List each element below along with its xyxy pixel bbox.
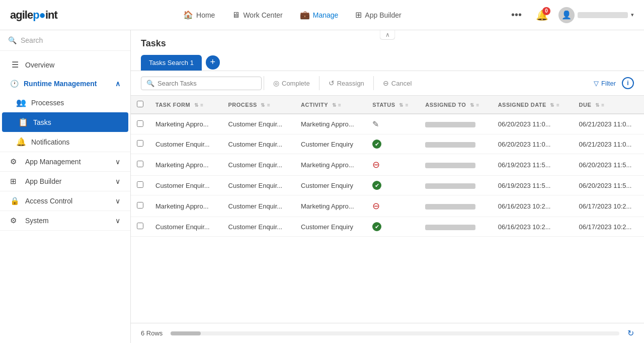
select-all-checkbox[interactable] xyxy=(137,101,143,107)
reassign-button[interactable]: ↺ Reassign xyxy=(321,76,371,90)
tab-tasks-search-1[interactable]: Tasks Search 1 xyxy=(141,55,202,71)
sidebar-group-system: ⚙ System ∨ xyxy=(0,211,130,231)
row-checkbox-5[interactable] xyxy=(137,223,143,229)
appbuilder-nav-icon: ⊞ xyxy=(355,10,362,20)
sidebar: 🔍 Search ☰ Overview 🕐 Runtime Management xyxy=(0,30,131,343)
cell-status: ✔ xyxy=(366,134,419,154)
sidebar-label-app-builder: App Builder xyxy=(25,177,61,185)
nav-manage[interactable]: 💼 Manage xyxy=(293,6,346,24)
notifications-button[interactable]: 🔔 0 xyxy=(534,7,550,23)
row-checkbox-2[interactable] xyxy=(137,161,143,167)
sidebar-label-access-control: Access Control xyxy=(25,197,72,205)
search-box-icon: 🔍 xyxy=(146,80,154,87)
activity-col-controls: ⇅ ≡ xyxy=(332,102,342,108)
manage-icon: 💼 xyxy=(300,10,310,20)
overview-icon: ☰ xyxy=(10,60,20,70)
table-row: Marketing Appro... Customer Enquir... Ma… xyxy=(131,195,644,217)
activity-sort-icon[interactable]: ⇅ xyxy=(332,102,337,108)
nav-workcenter[interactable]: 🖥 Work Center xyxy=(225,7,289,24)
assigned-date-sort-icon[interactable]: ⇅ xyxy=(550,102,554,108)
sidebar-collapse-button[interactable]: ∧ xyxy=(380,30,395,40)
search-box[interactable]: 🔍 xyxy=(141,77,262,90)
sidebar-item-access-control[interactable]: 🔒 Access Control ∨ xyxy=(0,191,130,211)
notifications-icon: 🔔 xyxy=(16,137,26,147)
more-button[interactable]: ••• xyxy=(507,7,526,23)
sidebar-item-overview[interactable]: ☰ Overview xyxy=(0,55,130,75)
refresh-button[interactable]: ↻ xyxy=(627,328,634,338)
cell-process: Customer Enquir... xyxy=(222,195,295,217)
filter-button[interactable]: ▽ Filter xyxy=(588,77,622,90)
cell-assigned-to xyxy=(419,114,492,134)
cell-task-form: Customer Enquir... xyxy=(149,217,222,237)
sidebar-group-runtime: 🕐 Runtime Management ∧ 👥 Processes 📋 Tas… xyxy=(0,75,130,152)
row-checkbox-4[interactable] xyxy=(137,202,143,209)
status-sort-icon[interactable]: ⇅ xyxy=(399,102,404,108)
status-list-icon[interactable]: ≡ xyxy=(406,102,409,108)
assigned-to-value xyxy=(425,163,475,168)
user-menu-button[interactable]: 👤 ▾ xyxy=(558,7,634,23)
app-management-icon: ⚙ xyxy=(10,157,20,166)
task-form-list-icon[interactable]: ≡ xyxy=(200,102,203,108)
nav-home[interactable]: 🏠 Home xyxy=(176,6,222,24)
add-tab-button[interactable]: + xyxy=(206,55,220,70)
process-list-icon[interactable]: ≡ xyxy=(267,102,270,108)
table-header-row: TASK FORM ⇅ ≡ PROCESS ⇅ ≡ xyxy=(131,96,644,114)
activity-list-icon[interactable]: ≡ xyxy=(338,102,341,108)
app-logo[interactable]: agilep●int xyxy=(10,9,57,22)
sidebar-item-processes[interactable]: 👥 Processes xyxy=(0,93,130,112)
scrollbar-thumb[interactable] xyxy=(171,331,201,335)
cell-assigned-to xyxy=(419,154,492,176)
sidebar-group-access-control: 🔒 Access Control ∨ xyxy=(0,191,130,211)
due-col-controls: ⇅ ≡ xyxy=(595,102,605,108)
row-checkbox-cell xyxy=(131,195,149,217)
cell-task-form: Marketing Appro... xyxy=(149,154,222,176)
sidebar-label-overview: Overview xyxy=(25,61,54,69)
process-sort-icon[interactable]: ⇅ xyxy=(261,102,265,108)
sidebar-item-app-builder[interactable]: ⊞ App Builder ∨ xyxy=(0,172,130,191)
sidebar-label-runtime: Runtime Management xyxy=(24,80,97,88)
reassign-label: Reassign xyxy=(337,80,364,87)
system-chevron-icon: ∨ xyxy=(115,217,120,225)
select-all-header xyxy=(131,96,149,114)
horizontal-scrollbar[interactable] xyxy=(171,331,619,335)
cell-activity: Marketing Appro... xyxy=(295,195,366,217)
sidebar-search-input[interactable]: 🔍 Search xyxy=(8,36,122,44)
cell-task-form: Marketing Appro... xyxy=(149,195,222,217)
chevron-down-icon: ▾ xyxy=(631,12,634,18)
due-sort-icon[interactable]: ⇅ xyxy=(595,102,600,108)
search-tasks-input[interactable] xyxy=(157,80,256,87)
cell-assigned-to xyxy=(419,176,492,195)
cell-assigned-to xyxy=(419,134,492,154)
cell-status: ✎ xyxy=(366,114,419,134)
main-layout: 🔍 Search ☰ Overview 🕐 Runtime Management xyxy=(0,30,644,343)
cancel-button[interactable]: ⊖ Cancel xyxy=(376,76,419,90)
col-header-task-form: TASK FORM ⇅ ≡ xyxy=(149,96,222,114)
complete-icon: ◎ xyxy=(273,79,279,87)
sidebar-nav: ☰ Overview 🕐 Runtime Management ∧ 👥 xyxy=(0,51,130,235)
row-checkbox-1[interactable] xyxy=(137,140,143,147)
assigned-to-value xyxy=(425,122,475,127)
col-header-process: PROCESS ⇅ ≡ xyxy=(222,96,295,114)
complete-button[interactable]: ◎ Complete xyxy=(266,76,317,90)
sidebar-item-runtime-management[interactable]: 🕐 Runtime Management ∧ xyxy=(0,75,130,93)
cell-activity: Marketing Appro... xyxy=(295,114,366,134)
task-form-sort-icon[interactable]: ⇅ xyxy=(194,102,199,108)
assigned-to-sort-icon[interactable]: ⇅ xyxy=(470,102,474,108)
avatar-icon: 👤 xyxy=(561,10,572,20)
row-checkbox-0[interactable] xyxy=(137,120,143,127)
nav-appbuilder[interactable]: ⊞ App Builder xyxy=(348,6,408,24)
assigned-to-list-icon[interactable]: ≡ xyxy=(476,102,479,108)
sidebar-item-tasks[interactable]: 📋 Tasks xyxy=(2,112,128,132)
cell-assigned-to xyxy=(419,217,492,237)
access-control-chevron-icon: ∨ xyxy=(115,197,120,205)
sidebar-item-notifications[interactable]: 🔔 Notifications xyxy=(0,132,130,152)
assigned-date-list-icon[interactable]: ≡ xyxy=(556,102,559,108)
due-list-icon[interactable]: ≡ xyxy=(601,102,604,108)
info-button[interactable]: i xyxy=(622,77,634,89)
tasks-icon: 📋 xyxy=(18,117,28,127)
sidebar-search-container[interactable]: 🔍 Search xyxy=(0,30,130,51)
sidebar-item-system[interactable]: ⚙ System ∨ xyxy=(0,211,130,230)
sidebar-item-app-management[interactable]: ⚙ App Management ∨ xyxy=(0,152,130,171)
row-checkbox-3[interactable] xyxy=(137,181,143,188)
cell-activity: Customer Enquiry xyxy=(295,176,366,195)
